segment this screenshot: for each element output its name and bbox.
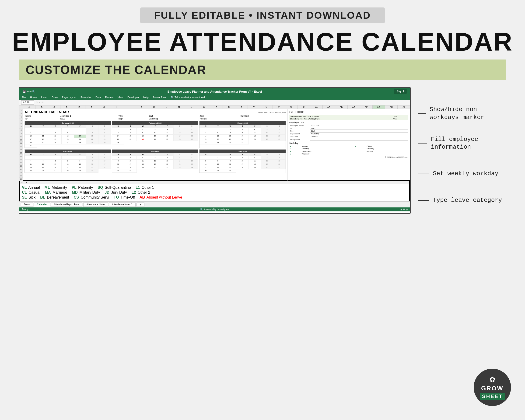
subtitle-bar: CUSTOMIZE THE CALENDAR bbox=[19, 59, 506, 80]
month-june: June 2022 MTWTFSS 123456 78910111213 141… bbox=[199, 149, 286, 173]
legend-content: VL Annual ML Maternity PL Paternity SQ S… bbox=[20, 184, 409, 201]
legend-row-3: SL Sick BL Bereavement CS Community Serv… bbox=[22, 195, 407, 199]
status-accessibility: 🔍 Accessibility: Investigate bbox=[200, 208, 229, 211]
status-view: ⊞ ☰ ⊟ bbox=[400, 208, 408, 211]
excel-body: 2 3 4 5 6 7 8 9 10 11 12 13 14 15 16 17 … bbox=[19, 109, 410, 181]
month-april: April 2022 MTWTFSS 123 45678910 11121314… bbox=[25, 149, 111, 173]
annotation-3-line bbox=[418, 174, 429, 174]
main-content: 💾 ↩ ↪ 🔍 Employee Leave Planner and Atten… bbox=[19, 87, 506, 214]
excel-titlebar: 💾 ↩ ↪ 🔍 Employee Leave Planner and Atten… bbox=[19, 88, 410, 95]
excel-statusbar: Ready 🔍 Accessibility: Investigate ⊞ ☰ ⊟ bbox=[19, 207, 410, 211]
emp-id: E001 bbox=[59, 117, 118, 120]
ribbon-review[interactable]: Review bbox=[105, 96, 113, 99]
ribbon-view[interactable]: View bbox=[118, 96, 123, 99]
ribbon-insert[interactable]: Insert bbox=[41, 96, 47, 99]
setting-title: SETTING bbox=[289, 110, 408, 114]
annotation-1-line bbox=[418, 113, 426, 114]
setting-emp-dept: Marketing bbox=[310, 132, 408, 135]
annotations-column: Show/hide non workdays marker Fill emplo… bbox=[418, 87, 506, 214]
status-ready: Ready bbox=[22, 208, 28, 211]
setting-emp-name: John Doe 1 bbox=[310, 124, 408, 127]
ribbon-formulas[interactable]: Formulas bbox=[81, 96, 91, 99]
subtitle-text: CUSTOMIZE THE CALENDAR bbox=[26, 63, 206, 76]
legend-row-2: CL Casual MA Marriage MD Military Duty J… bbox=[22, 190, 407, 195]
top-banner: FULLY EDITABLE • INSTANT DOWNLOAD bbox=[0, 0, 525, 25]
period-text: Period Jan 1, 2022 - Dec 31,2022 bbox=[258, 112, 286, 114]
excel-container: 💾 ↩ ↪ 🔍 Employee Leave Planner and Atten… bbox=[19, 87, 411, 214]
annotation-3-text: Set weekly workday bbox=[433, 170, 498, 178]
copyright: © 2021 | journalSHEET.com bbox=[289, 156, 408, 158]
logo-sheet: SHEET bbox=[482, 393, 503, 399]
banner-text: FULLY EDITABLE • INSTANT DOWNLOAD bbox=[154, 10, 371, 21]
annotation-4-text: Type leave category bbox=[433, 196, 502, 205]
ribbon-data[interactable]: Data bbox=[95, 96, 101, 99]
ribbon-home[interactable]: Home bbox=[30, 96, 37, 99]
setting-emp-join: 01/04/22 bbox=[310, 135, 408, 138]
logo-flower: ✿ bbox=[489, 375, 496, 384]
annotation-1-text: Show/hide non workdays marker bbox=[430, 106, 506, 121]
setting-emp-id: E001 bbox=[310, 127, 408, 130]
setting-employee-table: Employee Name John Doe 1 ID E001 Title S… bbox=[289, 124, 408, 141]
month-march: March 2022 MTWTFSS 123456 78910111213 14… bbox=[199, 121, 286, 148]
annotation-2: Fill employee information bbox=[418, 136, 506, 151]
excel-formulabar: AG38 ✕ ✓ fx bbox=[19, 100, 410, 105]
ribbon-help[interactable]: Help bbox=[143, 96, 149, 99]
annotation-1: Show/hide non workdays marker bbox=[418, 106, 506, 121]
emp-name: John Doe 1 bbox=[59, 115, 118, 117]
ribbon-pagelayout[interactable]: Page Layout bbox=[62, 96, 76, 99]
tab-attendance-notes2[interactable]: Attendance Notes 2 bbox=[109, 202, 136, 207]
tab-calendar[interactable]: Calendar bbox=[34, 202, 50, 207]
employee-info-table: Name John Doe 1 Title Staff Join 01/04/2… bbox=[25, 115, 286, 120]
excel-colheaders: A B C D E F G H I J K L M N O P R S T U … bbox=[19, 105, 410, 109]
growsheet-logo: ✿ GROW SHEET bbox=[474, 369, 511, 406]
excel-sign-btn[interactable]: Sign I bbox=[394, 89, 407, 94]
month-may: May 2022 MTWTFSS 2345678 9101112131415 1… bbox=[112, 149, 198, 173]
annotation-3: Set weekly workday bbox=[418, 170, 506, 178]
emp-dept: Marketing bbox=[148, 117, 199, 120]
settings-section: SETTING Show National /Company Holidays … bbox=[288, 109, 410, 181]
setting-emp-title: Staff bbox=[310, 130, 408, 132]
ribbon-developer[interactable]: Developer bbox=[127, 96, 139, 99]
annotation-4-line bbox=[418, 200, 429, 201]
emp-join: 01/04/22 bbox=[240, 115, 286, 117]
excel-tabs: Setup Calendar Attendance Report Form At… bbox=[19, 201, 410, 207]
ribbon-file[interactable]: File bbox=[22, 96, 26, 99]
logo-grow: GROW bbox=[481, 385, 504, 392]
ribbon-powermap[interactable]: Power Pivot bbox=[153, 96, 167, 99]
excel-ribbon: File Home Insert Draw Page Layout Formul… bbox=[19, 95, 410, 100]
month-february: February 2022 MTWTFSS 7123456 7891011121… bbox=[112, 121, 198, 148]
monthly-calendars-bottom: April 2022 MTWTFSS 123 45678910 11121314… bbox=[25, 149, 286, 173]
attendance-section: ATTENDANCE CALENDAR Period Jan 1, 2022 -… bbox=[23, 109, 288, 181]
employee-data-header: Employee Data bbox=[289, 121, 408, 124]
setting-emp-resign bbox=[310, 138, 408, 141]
tab-attendance-report[interactable]: Attendance Report Form bbox=[51, 202, 83, 207]
legend-section: 41 91 VL Annual ML Maternity PL Paternit… bbox=[19, 180, 410, 201]
ribbon-draw[interactable]: Draw bbox=[52, 96, 58, 99]
emp-title: Staff bbox=[148, 115, 199, 117]
setting-options-table: Show National /Company Holidays Yes Show… bbox=[289, 115, 408, 120]
monthly-calendars-top: January 2022 MTWTFSS 12 3456789 10111213… bbox=[25, 121, 286, 148]
tab-setup[interactable]: Setup bbox=[21, 202, 33, 207]
main-title: EMPLOYEE ATTENDANCE CALENDAR bbox=[0, 25, 525, 59]
emp-resign bbox=[240, 117, 286, 120]
cell-reference[interactable]: AG38 bbox=[21, 100, 34, 104]
logo-sheet-box: SHEET bbox=[480, 393, 505, 400]
workday-header: Workday bbox=[289, 142, 408, 144]
tab-add[interactable]: ⊕ bbox=[137, 202, 144, 207]
month-january: January 2022 MTWTFSS 12 3456789 10111213… bbox=[25, 121, 111, 148]
ribbon-search[interactable]: 🔍 Tell me what you want to do bbox=[170, 96, 206, 99]
workday-table: v Monday v Friday v Tuesday Saturday v W… bbox=[289, 145, 408, 155]
legend-row-1: VL Annual ML Maternity PL Paternity SQ S… bbox=[22, 186, 407, 190]
banner-inner: FULLY EDITABLE • INSTANT DOWNLOAD bbox=[140, 8, 385, 23]
row-numbers: 2 3 4 5 6 7 8 9 10 11 12 13 14 15 16 17 … bbox=[19, 109, 23, 181]
attendance-cal-title: ATTENDANCE CALENDAR bbox=[25, 110, 69, 114]
tab-attendance-notes[interactable]: Attendance Notes bbox=[83, 202, 108, 207]
annotation-2-line bbox=[418, 143, 427, 143]
annotation-2-text: Fill employee information bbox=[431, 136, 506, 151]
annotation-4: Type leave category bbox=[418, 196, 506, 205]
excel-title: Employee Leave Planner and Attendance Tr… bbox=[168, 90, 262, 93]
